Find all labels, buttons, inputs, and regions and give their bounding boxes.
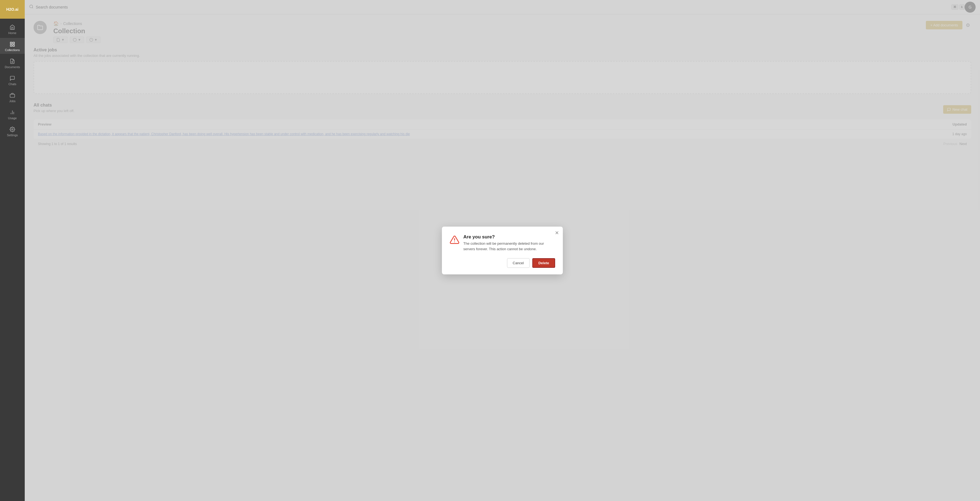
jobs-icon <box>10 92 15 98</box>
sidebar-item-chats[interactable]: Chats <box>0 72 25 88</box>
svg-rect-0 <box>10 42 12 44</box>
sidebar-item-settings-label: Settings <box>7 133 18 137</box>
delete-confirmation-modal: ✕ Are you sure? The collection will be p… <box>442 227 563 274</box>
app-logo: H2O.ai <box>0 0 25 19</box>
sidebar-item-documents[interactable]: Documents <box>0 55 25 71</box>
usage-icon <box>10 109 15 115</box>
sidebar-item-home[interactable]: Home <box>0 21 25 37</box>
chats-icon <box>10 75 15 81</box>
main-area: ⌘ k G 🏠 › Collections <box>25 0 980 501</box>
sidebar-item-jobs[interactable]: Jobs <box>0 89 25 105</box>
settings-icon <box>10 126 15 132</box>
sidebar-item-documents-label: Documents <box>5 65 20 69</box>
sidebar: H2O.ai Home Collections <box>0 0 25 501</box>
sidebar-item-collections[interactable]: Collections <box>0 38 25 54</box>
documents-icon <box>10 58 15 64</box>
sidebar-item-usage-label: Usage <box>8 116 17 120</box>
modal-footer: Cancel Delete <box>450 258 555 268</box>
collections-icon <box>10 41 15 47</box>
sidebar-item-home-label: Home <box>8 31 16 35</box>
modal-title: Are you sure? <box>463 234 555 240</box>
svg-rect-2 <box>10 45 12 46</box>
svg-rect-1 <box>13 42 14 44</box>
home-icon <box>10 24 15 30</box>
cancel-button[interactable]: Cancel <box>507 258 530 268</box>
modal-body: The collection will be permanently delet… <box>463 241 555 252</box>
svg-point-10 <box>12 129 13 130</box>
sidebar-item-settings[interactable]: Settings <box>0 123 25 139</box>
svg-rect-3 <box>13 45 14 46</box>
modal-content: Are you sure? The collection will be per… <box>463 234 555 252</box>
sidebar-nav: Home Collections Documents <box>0 19 25 139</box>
sidebar-item-jobs-label: Jobs <box>9 100 15 103</box>
sidebar-item-chats-label: Chats <box>8 82 16 86</box>
modal-overlay: ✕ Are you sure? The collection will be p… <box>25 0 980 501</box>
sidebar-item-usage[interactable]: Usage <box>0 106 25 122</box>
modal-header: Are you sure? The collection will be per… <box>450 234 555 252</box>
warning-icon <box>450 235 460 245</box>
delete-button[interactable]: Delete <box>532 258 555 268</box>
sidebar-item-collections-label: Collections <box>5 48 20 52</box>
modal-close-button[interactable]: ✕ <box>555 230 559 235</box>
svg-rect-6 <box>10 94 15 98</box>
